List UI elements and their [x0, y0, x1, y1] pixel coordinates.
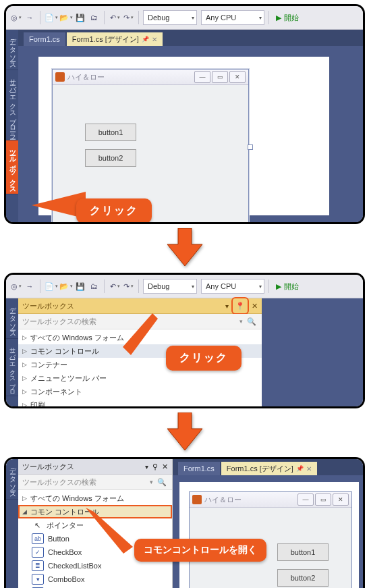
form-title: ハイ＆ロー: [67, 72, 192, 82]
nav-forward-button[interactable]: [24, 11, 36, 24]
panel-step-2: ▾ ▾ ▾ ▾ ▾ Debug Any CPU ▶開始 データ ソース サーバー…: [4, 273, 365, 408]
pin-icon[interactable]: ⚲: [152, 462, 158, 471]
pin-icon[interactable]: 📌: [142, 36, 149, 43]
close-toolbox-icon[interactable]: ✕: [162, 462, 168, 471]
save-button[interactable]: [74, 279, 86, 293]
close-button[interactable]: ✕: [333, 493, 349, 506]
item-combobox[interactable]: ▾ComboBox: [18, 572, 172, 586]
tab-form-design[interactable]: Form1.cs [デザイン] 📌 ✕: [67, 32, 163, 46]
open-file-button[interactable]: ▾: [59, 279, 73, 293]
toolbox-header: ツールボックス ▾ 📍 ✕: [18, 298, 262, 314]
group-common-controls[interactable]: ◢コモン コントロール: [18, 505, 172, 518]
document-tabs-3: Form1.cs Form1.cs [デザイン] 📌 ✕: [173, 459, 363, 475]
close-toolbox-icon[interactable]: ✕: [252, 302, 258, 311]
search-icon: 🔍: [157, 478, 167, 487]
vtab-data-source[interactable]: データ ソース: [6, 459, 18, 500]
new-file-button[interactable]: ▾: [45, 11, 58, 24]
toolbox-title: ツールボックス: [22, 301, 74, 311]
window-menu-icon[interactable]: ▾: [225, 302, 229, 310]
search-placeholder: ツールボックスの検索: [22, 317, 96, 327]
group-all-windows-forms[interactable]: ▷すべての Windows フォーム: [18, 331, 262, 344]
group-all-windows-forms[interactable]: ▷すべての Windows フォーム: [18, 491, 172, 505]
search-icon: 🔍: [247, 317, 256, 326]
nav-back-button[interactable]: ▾: [10, 279, 22, 293]
close-tab-icon[interactable]: ✕: [306, 465, 312, 473]
item-pointer[interactable]: ↖ポインター: [18, 518, 172, 532]
tab-form-design[interactable]: Form1.cs [デザイン] 📌 ✕: [221, 462, 317, 475]
vtab-data-source[interactable]: データ ソース: [6, 30, 18, 70]
document-tabs: Form1.cs Form1.cs [デザイン] 📌 ✕: [18, 30, 363, 46]
group-printing[interactable]: ▷印刷: [18, 398, 262, 408]
maximize-button[interactable]: ▭: [212, 71, 228, 83]
vtab-data-source[interactable]: データ ソース: [6, 298, 18, 339]
toolbox-search[interactable]: ツールボックスの検索 🔍 ▾: [18, 475, 172, 490]
designer-area-collapsed: [262, 298, 363, 406]
config-combo[interactable]: Debug: [143, 279, 197, 294]
group-menus-toolbars[interactable]: ▷メニューとツール バー: [18, 371, 262, 385]
platform-combo[interactable]: Any CPU: [201, 279, 264, 294]
toolbox-search[interactable]: ツールボックスの検索 🔍 ▾: [18, 314, 262, 329]
pin-icon[interactable]: 📌: [296, 465, 304, 472]
platform-combo[interactable]: Any CPU: [201, 10, 264, 25]
maximize-button[interactable]: ▭: [315, 493, 331, 506]
designer-surface-3[interactable]: ハイ＆ロー — ▭ ✕ button1 button2: [179, 482, 359, 588]
vtab-server-explorer[interactable]: サーバー エクスプロ: [6, 339, 18, 397]
form-icon: [55, 72, 65, 82]
save-all-button[interactable]: [88, 279, 100, 293]
panel-step-1: ▾ ▾ ▾ ▾ ▾ Debug Any CPU ▶開始 データ ソース サーバー…: [4, 4, 365, 224]
form-icon: [192, 495, 202, 504]
autohide-pin-button[interactable]: 📍: [233, 298, 248, 313]
close-tab-icon[interactable]: ✕: [152, 36, 157, 43]
undo-button[interactable]: ▾: [109, 279, 121, 293]
side-tabs: データ ソース サーバー エクスプローラー ツールボックス: [6, 30, 18, 222]
start-debug-button[interactable]: ▶開始: [276, 13, 299, 23]
tab-form-code[interactable]: Form1.cs: [178, 462, 220, 475]
designer-surface[interactable]: ハイ＆ロー — ▭ ✕ button1 button2: [38, 57, 329, 215]
undo-button[interactable]: ▾: [109, 11, 121, 24]
save-all-button[interactable]: [88, 11, 100, 24]
minimize-button[interactable]: —: [194, 71, 210, 83]
window-menu-icon[interactable]: ▾: [145, 463, 148, 471]
main-toolbar: ▾ ▾ ▾ ▾ ▾ Debug Any CPU ▶開始: [6, 6, 363, 30]
start-debug-button[interactable]: ▶開始: [276, 282, 299, 292]
form-button2[interactable]: button2: [85, 149, 136, 167]
toolbox-title: ツールボックス: [22, 462, 74, 472]
form-button1[interactable]: button1: [277, 543, 329, 561]
panel-step-3: データ ソース ツールボックス ▾ ⚲ ✕ ツールボックスの検索 🔍 ▾ ▷すべ…: [4, 457, 365, 588]
side-tabs-3: データ ソース: [6, 459, 18, 588]
minimize-button[interactable]: —: [297, 493, 314, 506]
vtab-server-explorer[interactable]: サーバー エクスプローラー: [6, 70, 18, 140]
close-button[interactable]: ✕: [229, 71, 246, 83]
form-button1[interactable]: button1: [85, 124, 136, 141]
nav-forward-button[interactable]: [24, 279, 36, 293]
redo-button[interactable]: ▾: [122, 279, 134, 293]
form-button2[interactable]: button2: [277, 569, 329, 587]
callout-open-common: コモンコントロールを開く: [134, 539, 266, 562]
side-tabs-2: データ ソース サーバー エクスプロ: [6, 298, 18, 406]
nav-back-button[interactable]: ▾: [10, 11, 22, 24]
main-toolbar-2: ▾ ▾ ▾ ▾ ▾ Debug Any CPU ▶開始: [6, 275, 363, 298]
save-button[interactable]: [74, 11, 86, 24]
vtab-toolbox[interactable]: ツールボックス: [6, 140, 18, 194]
form-titlebar: ハイ＆ロー — ▭ ✕: [190, 492, 351, 508]
config-combo[interactable]: Debug: [143, 10, 197, 25]
toolbox-panel-docked: ツールボックス ▾ ⚲ ✕ ツールボックスの検索 🔍 ▾ ▷すべての Windo…: [18, 459, 173, 588]
callout-click-1: クリック: [76, 198, 152, 223]
open-file-button[interactable]: ▾: [59, 11, 73, 24]
form-titlebar: ハイ＆ロー — ▭ ✕: [53, 70, 248, 85]
callout-click-2: クリック: [166, 346, 242, 371]
new-file-button[interactable]: ▾: [45, 279, 58, 293]
flow-arrow-1: [4, 228, 365, 266]
flow-arrow-2: [4, 412, 365, 450]
redo-button[interactable]: ▾: [122, 11, 134, 24]
group-components[interactable]: ▷コンポーネント: [18, 385, 262, 398]
tab-form-code[interactable]: Form1.cs: [24, 32, 65, 46]
